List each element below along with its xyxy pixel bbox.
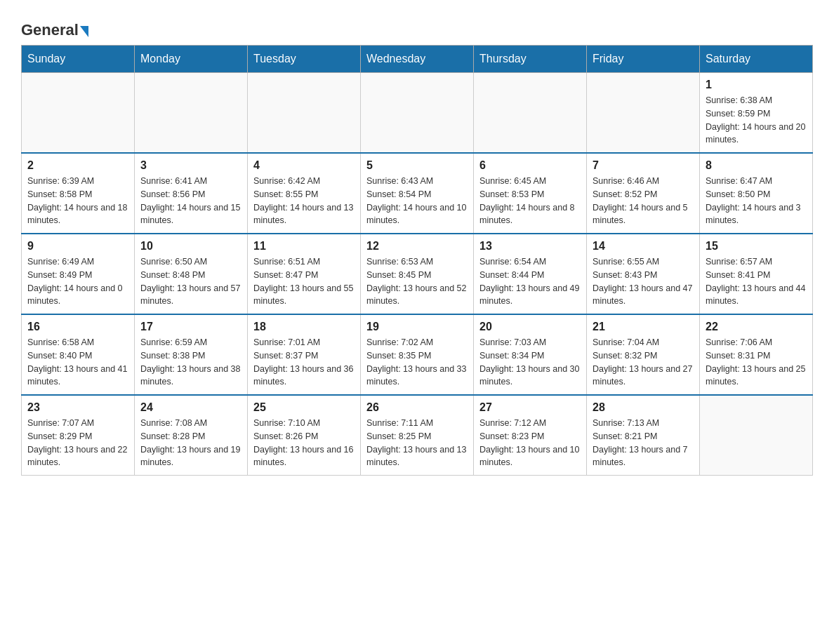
- day-info: Sunrise: 6:51 AM Sunset: 8:47 PM Dayligh…: [253, 255, 355, 308]
- calendar-week-row: 2Sunrise: 6:39 AM Sunset: 8:58 PM Daylig…: [22, 153, 813, 234]
- calendar-cell: 13Sunrise: 6:54 AM Sunset: 8:44 PM Dayli…: [474, 234, 587, 314]
- logo-general-text: General: [21, 21, 79, 39]
- logo-arrow-icon: [80, 26, 88, 37]
- calendar-cell: 23Sunrise: 7:07 AM Sunset: 8:29 PM Dayli…: [22, 395, 135, 476]
- day-number: 28: [593, 401, 694, 414]
- day-info: Sunrise: 6:47 AM Sunset: 8:50 PM Dayligh…: [706, 175, 807, 227]
- calendar-cell: 9Sunrise: 6:49 AM Sunset: 8:49 PM Daylig…: [22, 234, 135, 314]
- calendar-cell: 24Sunrise: 7:08 AM Sunset: 8:28 PM Dayli…: [135, 395, 248, 476]
- calendar-cell: 6Sunrise: 6:45 AM Sunset: 8:53 PM Daylig…: [474, 153, 587, 234]
- day-info: Sunrise: 7:06 AM Sunset: 8:31 PM Dayligh…: [706, 336, 807, 389]
- calendar-cell: 2Sunrise: 6:39 AM Sunset: 8:58 PM Daylig…: [22, 153, 135, 234]
- day-number: 10: [140, 240, 241, 253]
- day-info: Sunrise: 6:58 AM Sunset: 8:40 PM Dayligh…: [27, 336, 128, 389]
- day-info: Sunrise: 6:53 AM Sunset: 8:45 PM Dayligh…: [366, 255, 468, 308]
- day-number: 2: [27, 159, 128, 172]
- day-number: 3: [140, 159, 241, 172]
- day-info: Sunrise: 6:50 AM Sunset: 8:48 PM Dayligh…: [140, 255, 241, 308]
- day-number: 21: [593, 321, 694, 333]
- day-number: 16: [27, 321, 128, 333]
- day-info: Sunrise: 6:46 AM Sunset: 8:52 PM Dayligh…: [593, 175, 694, 227]
- calendar-cell: [587, 73, 700, 154]
- day-info: Sunrise: 6:54 AM Sunset: 8:44 PM Dayligh…: [479, 255, 581, 308]
- calendar-week-row: 16Sunrise: 6:58 AM Sunset: 8:40 PM Dayli…: [22, 314, 813, 395]
- calendar-cell: 12Sunrise: 6:53 AM Sunset: 8:45 PM Dayli…: [361, 234, 474, 314]
- day-info: Sunrise: 6:42 AM Sunset: 8:55 PM Dayligh…: [253, 175, 355, 227]
- day-number: 9: [27, 240, 128, 253]
- calendar-cell: 8Sunrise: 6:47 AM Sunset: 8:50 PM Daylig…: [700, 153, 813, 234]
- day-of-week-header: Saturday: [700, 46, 813, 73]
- day-number: 19: [366, 321, 468, 333]
- logo: General: [21, 21, 88, 38]
- calendar-cell: [22, 73, 135, 154]
- calendar-week-row: 23Sunrise: 7:07 AM Sunset: 8:29 PM Dayli…: [22, 395, 813, 476]
- calendar-cell: [248, 73, 361, 154]
- day-number: 26: [366, 401, 468, 414]
- day-number: 5: [366, 159, 468, 172]
- calendar-table: SundayMondayTuesdayWednesdayThursdayFrid…: [21, 45, 813, 476]
- calendar-cell: 7Sunrise: 6:46 AM Sunset: 8:52 PM Daylig…: [587, 153, 700, 234]
- day-number: 6: [479, 159, 581, 172]
- day-info: Sunrise: 7:03 AM Sunset: 8:34 PM Dayligh…: [479, 336, 581, 389]
- day-number: 24: [140, 401, 241, 414]
- calendar-cell: [135, 73, 248, 154]
- day-info: Sunrise: 6:55 AM Sunset: 8:43 PM Dayligh…: [593, 255, 694, 308]
- calendar-cell: 16Sunrise: 6:58 AM Sunset: 8:40 PM Dayli…: [22, 314, 135, 395]
- day-info: Sunrise: 7:01 AM Sunset: 8:37 PM Dayligh…: [253, 336, 355, 389]
- calendar-cell: 21Sunrise: 7:04 AM Sunset: 8:32 PM Dayli…: [587, 314, 700, 395]
- day-of-week-header: Sunday: [22, 46, 135, 73]
- day-info: Sunrise: 7:10 AM Sunset: 8:26 PM Dayligh…: [253, 417, 355, 469]
- calendar-cell: 22Sunrise: 7:06 AM Sunset: 8:31 PM Dayli…: [700, 314, 813, 395]
- day-info: Sunrise: 6:49 AM Sunset: 8:49 PM Dayligh…: [27, 255, 128, 308]
- day-number: 7: [593, 159, 694, 172]
- calendar-cell: 5Sunrise: 6:43 AM Sunset: 8:54 PM Daylig…: [361, 153, 474, 234]
- calendar-cell: 1Sunrise: 6:38 AM Sunset: 8:59 PM Daylig…: [700, 73, 813, 154]
- calendar-cell: [700, 395, 813, 476]
- day-info: Sunrise: 7:02 AM Sunset: 8:35 PM Dayligh…: [366, 336, 468, 389]
- calendar-cell: 20Sunrise: 7:03 AM Sunset: 8:34 PM Dayli…: [474, 314, 587, 395]
- calendar-cell: 25Sunrise: 7:10 AM Sunset: 8:26 PM Dayli…: [248, 395, 361, 476]
- calendar-cell: 27Sunrise: 7:12 AM Sunset: 8:23 PM Dayli…: [474, 395, 587, 476]
- day-info: Sunrise: 6:41 AM Sunset: 8:56 PM Dayligh…: [140, 175, 241, 227]
- day-number: 13: [479, 240, 581, 253]
- calendar-cell: [361, 73, 474, 154]
- day-number: 11: [253, 240, 355, 253]
- calendar-week-row: 1Sunrise: 6:38 AM Sunset: 8:59 PM Daylig…: [22, 73, 813, 154]
- day-info: Sunrise: 6:59 AM Sunset: 8:38 PM Dayligh…: [140, 336, 241, 389]
- day-info: Sunrise: 7:04 AM Sunset: 8:32 PM Dayligh…: [593, 336, 694, 389]
- calendar-cell: 4Sunrise: 6:42 AM Sunset: 8:55 PM Daylig…: [248, 153, 361, 234]
- day-info: Sunrise: 6:39 AM Sunset: 8:58 PM Dayligh…: [27, 175, 128, 227]
- day-number: 14: [593, 240, 694, 253]
- day-info: Sunrise: 6:43 AM Sunset: 8:54 PM Dayligh…: [366, 175, 468, 227]
- day-info: Sunrise: 7:07 AM Sunset: 8:29 PM Dayligh…: [27, 417, 128, 469]
- day-number: 25: [253, 401, 355, 414]
- calendar-cell: 19Sunrise: 7:02 AM Sunset: 8:35 PM Dayli…: [361, 314, 474, 395]
- day-info: Sunrise: 6:38 AM Sunset: 8:59 PM Dayligh…: [706, 94, 807, 147]
- day-number: 12: [366, 240, 468, 253]
- day-number: 4: [253, 159, 355, 172]
- calendar-cell: 14Sunrise: 6:55 AM Sunset: 8:43 PM Dayli…: [587, 234, 700, 314]
- day-info: Sunrise: 7:08 AM Sunset: 8:28 PM Dayligh…: [140, 417, 241, 469]
- calendar-cell: 17Sunrise: 6:59 AM Sunset: 8:38 PM Dayli…: [135, 314, 248, 395]
- calendar-cell: 3Sunrise: 6:41 AM Sunset: 8:56 PM Daylig…: [135, 153, 248, 234]
- day-info: Sunrise: 6:57 AM Sunset: 8:41 PM Dayligh…: [706, 255, 807, 308]
- day-number: 15: [706, 240, 807, 253]
- day-number: 27: [479, 401, 581, 414]
- calendar-cell: 18Sunrise: 7:01 AM Sunset: 8:37 PM Dayli…: [248, 314, 361, 395]
- calendar-cell: 28Sunrise: 7:13 AM Sunset: 8:21 PM Dayli…: [587, 395, 700, 476]
- calendar-cell: 10Sunrise: 6:50 AM Sunset: 8:48 PM Dayli…: [135, 234, 248, 314]
- calendar-cell: [474, 73, 587, 154]
- day-info: Sunrise: 6:45 AM Sunset: 8:53 PM Dayligh…: [479, 175, 581, 227]
- page-header: General: [21, 14, 813, 38]
- day-number: 17: [140, 321, 241, 333]
- day-info: Sunrise: 7:13 AM Sunset: 8:21 PM Dayligh…: [593, 417, 694, 469]
- day-of-week-header: Tuesday: [248, 46, 361, 73]
- calendar-cell: 15Sunrise: 6:57 AM Sunset: 8:41 PM Dayli…: [700, 234, 813, 314]
- day-of-week-header: Monday: [135, 46, 248, 73]
- day-info: Sunrise: 7:12 AM Sunset: 8:23 PM Dayligh…: [479, 417, 581, 469]
- day-of-week-header: Wednesday: [361, 46, 474, 73]
- calendar-header-row: SundayMondayTuesdayWednesdayThursdayFrid…: [22, 46, 813, 73]
- day-info: Sunrise: 7:11 AM Sunset: 8:25 PM Dayligh…: [366, 417, 468, 469]
- calendar-week-row: 9Sunrise: 6:49 AM Sunset: 8:49 PM Daylig…: [22, 234, 813, 314]
- day-number: 20: [479, 321, 581, 333]
